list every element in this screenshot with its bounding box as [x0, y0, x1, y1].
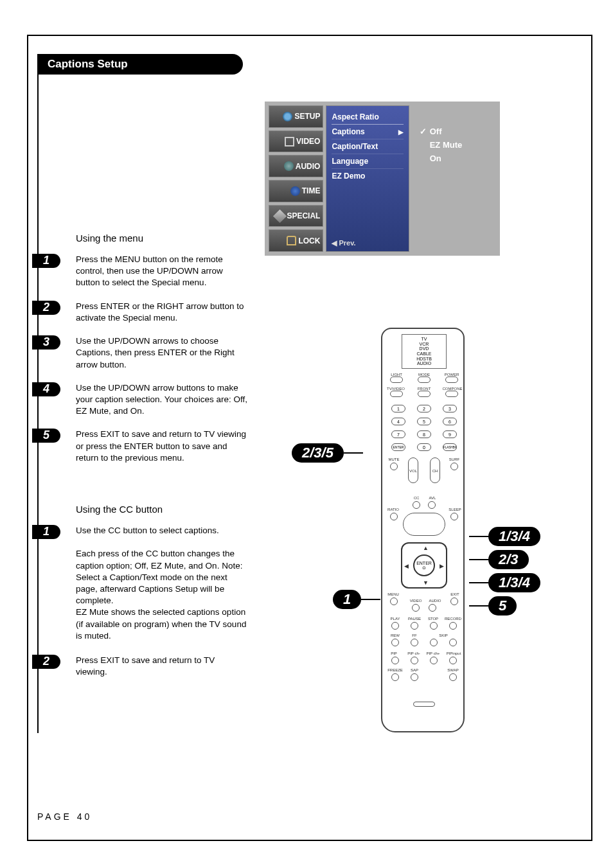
sleep-button: [450, 513, 458, 520]
audio-label: AUDIO: [427, 599, 443, 603]
sap-label: SAP: [408, 668, 421, 672]
lock-icon: [287, 236, 296, 245]
power-button: [445, 376, 458, 383]
step-text: Press EXIT to save and return to TV view…: [76, 429, 248, 464]
osd-submenu: Aspect Ratio Captions▶ Caption/Text Lang…: [326, 105, 409, 252]
osd-tab-label: AUDIO: [296, 162, 321, 171]
step-row: 1 Press the MENU button on the remote co…: [76, 254, 248, 289]
mode-button: [418, 376, 431, 383]
exit-button: [450, 598, 458, 605]
num-5: 5: [417, 418, 431, 425]
osd-item-captiontext: Caption/Text: [332, 139, 403, 154]
step-number: 2: [32, 655, 60, 669]
exit-label: EXIT: [448, 592, 462, 596]
osd-options: Off EZ Mute On: [414, 105, 496, 252]
arrow-right-icon: ▶: [440, 563, 444, 569]
step-row: 5 Press EXIT to save and return to TV vi…: [76, 429, 248, 464]
osd-item-ezdemo: EZ Demo: [332, 169, 403, 183]
remote-diagram: TV VCR DVD CABLE HDSTB AUDIO LIGHT MODE …: [371, 328, 474, 732]
swap-label: SWAP: [445, 668, 461, 672]
menu-label: MENU: [386, 592, 400, 596]
avl-button: [428, 501, 436, 509]
remote-screen: TV VCR DVD CABLE HDSTB AUDIO: [402, 334, 447, 369]
arrow-left-icon: ◀: [404, 563, 409, 569]
pause-label: PAUSE: [407, 617, 422, 621]
callout-1: 1: [333, 590, 361, 609]
step-number: 5: [32, 429, 60, 443]
osd-item-label: Captions: [332, 127, 364, 136]
play-button: [391, 622, 399, 630]
step-text: Press ENTER or the RIGHT arrow button to…: [76, 301, 248, 324]
osd-tab-setup: SETUP: [269, 105, 323, 128]
step-text: Use the UP/DOWN arrows to choose Caption…: [76, 335, 248, 371]
setup-icon: [283, 112, 292, 121]
step-row: 2 Press EXIT to save and return to TV vi…: [76, 655, 248, 678]
page-footer: PAGE 40: [37, 811, 92, 822]
pipinput-label: PIPinput: [444, 651, 463, 655]
screen-line: AUDIO: [402, 361, 446, 366]
tvvideo-button: [390, 391, 403, 397]
sleep-label: SLEEP: [448, 508, 462, 511]
callout-5: 5: [488, 596, 517, 616]
video-label: VIDEO: [408, 599, 423, 603]
num-6: 6: [443, 418, 457, 425]
pip-button: [391, 657, 399, 664]
section-heading: Using the CC button: [76, 504, 248, 515]
vol-label: VOL: [408, 469, 418, 473]
skip-next-button: [449, 639, 457, 646]
num-3: 3: [443, 405, 457, 412]
rew-button: [391, 639, 399, 646]
osd-prev-hint: ◀ Prev.: [332, 239, 355, 247]
osd-tab-label: SPECIAL: [287, 211, 320, 220]
step-number: 4: [32, 382, 60, 396]
menu-button: [390, 598, 398, 605]
play-label: PLAY: [389, 617, 402, 621]
freeze-label: FREEZE: [386, 668, 404, 672]
osd-tab-special: SPECIAL: [269, 205, 323, 227]
osd-menu: SETUP VIDEO AUDIO TIME SPECIAL LOCK Aspe…: [265, 102, 500, 256]
avl-label: AVL: [427, 496, 438, 500]
enter-ring: ▲ ▼ ◀ ▶ ENTER⊙: [401, 542, 447, 589]
screen-line: DVD: [402, 346, 446, 351]
osd-tab-time: TIME: [269, 180, 323, 202]
step-number: 1: [32, 525, 60, 539]
note-row: Each press of the CC button changes the …: [76, 548, 248, 642]
surf-label: SURF: [448, 457, 461, 461]
callout-235: 2/3/5: [292, 443, 344, 463]
skip-prev-button: [430, 639, 438, 646]
chevron-right-icon: ▶: [398, 128, 404, 136]
enter-small-button: ENTER: [391, 443, 405, 451]
num-7: 7: [391, 430, 405, 438]
osd-tab-label: SETUP: [294, 112, 320, 121]
osd-option-off: Off: [420, 125, 491, 138]
record-label: RECORD: [444, 617, 462, 621]
num-9: 9: [443, 430, 457, 438]
instructions-column: Using the menu 1 Press the MENU button o…: [76, 233, 248, 689]
ratio-button: [390, 513, 398, 520]
ff-button: [411, 639, 418, 646]
rew-label: REW: [389, 633, 402, 637]
step-row: 4 Use the UP/DOWN arrow buttons to make …: [76, 382, 248, 418]
time-icon: [290, 186, 300, 196]
step-text: Press EXIT to save and return to TV view…: [76, 655, 248, 678]
osd-option-ezmute: EZ Mute: [420, 138, 491, 152]
osd-tab-label: LOCK: [298, 236, 320, 245]
osd-tab-audio: AUDIO: [269, 155, 323, 177]
osd-tab-label: VIDEO: [296, 137, 320, 146]
page-title: Captions Setup: [37, 54, 243, 75]
record-button: [449, 622, 457, 630]
note-text: Each press of the CC button changes the …: [76, 548, 248, 642]
vertical-rule: [37, 75, 39, 733]
surf-button: [450, 463, 458, 470]
enter-label: ENTER: [416, 561, 432, 565]
bottom-slot: [413, 702, 435, 707]
osd-tab-lock: LOCK: [269, 229, 323, 252]
ff-label: FF: [409, 633, 420, 637]
mute-button: [390, 463, 398, 470]
stop-button: [430, 622, 438, 630]
freeze-button: [391, 673, 399, 681]
num-8: 8: [417, 430, 431, 438]
video-button: [412, 604, 420, 612]
osd-tab-label: TIME: [302, 186, 321, 195]
swap-button: [449, 673, 457, 681]
